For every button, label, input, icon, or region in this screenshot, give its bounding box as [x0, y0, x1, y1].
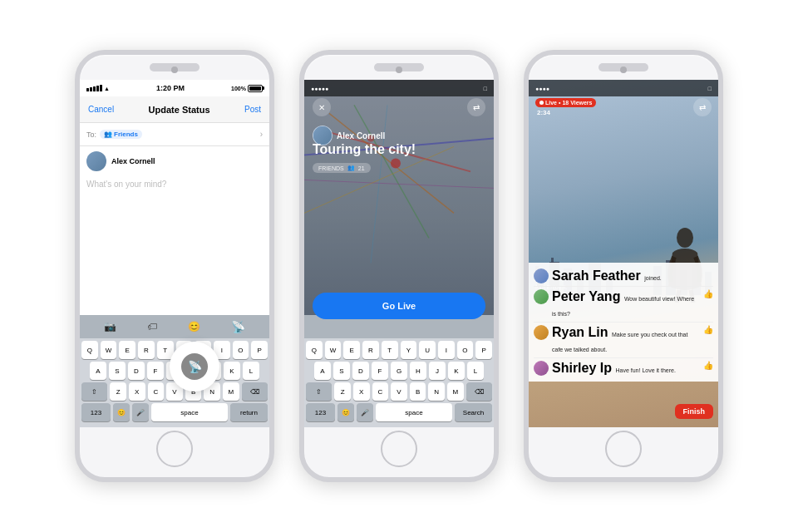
signal-area: ▲: [86, 85, 110, 91]
comment-body-ryan: Ryan Lin Make sure you check out that ca…: [552, 325, 700, 355]
status-input[interactable]: What's on your mind?: [80, 176, 269, 315]
live-toolbar-icon[interactable]: 📡: [231, 320, 245, 333]
key-s[interactable]: S: [109, 362, 126, 380]
viewers-count: • 18 Viewers: [559, 100, 592, 106]
comments-section: Sarah Feather joined. Peter Yang Wow bea…: [529, 263, 718, 382]
to-label: To:: [86, 131, 96, 139]
key-p[interactable]: P: [251, 341, 268, 359]
k2-h[interactable]: H: [410, 362, 426, 380]
k2-n[interactable]: N: [428, 382, 445, 401]
key-space[interactable]: space: [151, 403, 228, 421]
k2-c[interactable]: C: [372, 382, 389, 401]
commenter-name-sarah: Sarah Feather: [552, 268, 641, 283]
kb2-row-2: A S D F G H J K L: [306, 362, 492, 380]
k2-m[interactable]: M: [447, 382, 464, 401]
avatar-peter: [534, 289, 549, 304]
tag-icon[interactable]: 🏷: [147, 321, 157, 332]
live-bubble[interactable]: 📡: [170, 342, 219, 392]
battery-icon: [248, 85, 263, 92]
k2-t[interactable]: T: [382, 341, 398, 359]
k2-f[interactable]: F: [372, 362, 388, 380]
k2-s[interactable]: S: [333, 362, 350, 380]
key-c[interactable]: C: [148, 382, 165, 401]
friends-badge[interactable]: 👥 Friends: [100, 130, 142, 139]
k2-e[interactable]: E: [343, 341, 360, 359]
status-time-1: 1:20 PM: [156, 84, 185, 92]
k2-k[interactable]: K: [448, 362, 465, 380]
keyboard-2[interactable]: Q W E R T Y U I O P A S D F G H: [304, 315, 494, 427]
go-live-button[interactable]: Go Live: [313, 293, 485, 319]
k2-v[interactable]: V: [391, 382, 407, 401]
key-m[interactable]: M: [223, 382, 239, 401]
key-emoji[interactable]: 😊: [113, 403, 130, 421]
k2-emoji[interactable]: 😊: [337, 403, 354, 421]
like-button-ryan[interactable]: 👍: [703, 325, 713, 334]
finish-button[interactable]: Finish: [675, 404, 714, 419]
k2-p[interactable]: P: [475, 341, 492, 359]
key-return[interactable]: return: [230, 403, 268, 421]
to-row[interactable]: To: 👥 Friends ›: [80, 123, 269, 146]
emoji-icon[interactable]: 😊: [188, 321, 200, 332]
k2-z[interactable]: Z: [334, 382, 351, 401]
k2-l[interactable]: L: [467, 362, 484, 380]
cancel-button[interactable]: Cancel: [88, 105, 114, 114]
k2-w[interactable]: W: [325, 341, 342, 359]
key-mic[interactable]: 🎤: [132, 403, 149, 421]
key-k[interactable]: K: [224, 362, 240, 380]
k2-d[interactable]: D: [352, 362, 369, 380]
k2-b[interactable]: B: [410, 382, 426, 401]
keyboard-1[interactable]: 📷 🏷 😊 📡 📡 Q W E R T Y: [80, 315, 269, 427]
close-button-2[interactable]: ✕: [313, 98, 331, 116]
key-e[interactable]: E: [119, 341, 135, 359]
key-a[interactable]: A: [90, 362, 106, 380]
swap-camera-button-3[interactable]: ⇄: [693, 98, 712, 116]
friends-count-icon: 👥: [347, 165, 355, 171]
camera-icon[interactable]: 📷: [104, 321, 116, 332]
k2-x[interactable]: X: [353, 382, 370, 401]
k2-shift[interactable]: ⇧: [306, 382, 332, 401]
key-x[interactable]: X: [129, 382, 145, 401]
k2-search[interactable]: Search: [455, 403, 492, 421]
live-dot-icon: [539, 101, 544, 105]
k2-backspace[interactable]: ⌫: [466, 382, 492, 401]
username-2: Alex Cornell: [337, 131, 385, 140]
k2-j[interactable]: J: [429, 362, 446, 380]
key-numbers[interactable]: 123: [81, 403, 111, 421]
like-button-peter[interactable]: 👍: [703, 289, 713, 298]
key-o[interactable]: O: [233, 341, 249, 359]
k2-r[interactable]: R: [362, 341, 379, 359]
battery-2: □: [484, 86, 487, 91]
wifi-icon: ▲: [104, 86, 110, 91]
k2-g[interactable]: G: [391, 362, 407, 380]
kb2-row-1: Q W E R T Y U I O P: [306, 341, 492, 359]
avatar-shirley: [534, 361, 549, 376]
k2-u[interactable]: U: [419, 341, 436, 359]
key-l[interactable]: L: [243, 362, 259, 380]
key-d[interactable]: D: [128, 362, 145, 380]
key-r[interactable]: R: [138, 341, 155, 359]
post-button[interactable]: Post: [244, 105, 261, 114]
k2-a[interactable]: A: [314, 362, 331, 380]
k2-o[interactable]: O: [457, 341, 474, 359]
key-backspace[interactable]: ⌫: [242, 382, 268, 401]
kb2-row-3: ⇧ Z X C V B N M ⌫: [306, 382, 492, 401]
key-f[interactable]: F: [147, 362, 164, 380]
key-q[interactable]: Q: [81, 341, 98, 359]
key-shift[interactable]: ⇧: [81, 382, 107, 401]
k2-mic[interactable]: 🎤: [357, 403, 373, 421]
live-badge: Live • 18 Viewers: [535, 98, 596, 107]
swap-camera-button[interactable]: ⇄: [467, 98, 485, 116]
key-w[interactable]: W: [101, 341, 117, 359]
comment-sarah: Sarah Feather joined.: [534, 266, 713, 287]
k2-y[interactable]: Y: [401, 341, 417, 359]
live-title: Touring the city!: [313, 142, 416, 157]
k2-q[interactable]: Q: [306, 341, 323, 359]
like-button-shirley[interactable]: 👍: [703, 361, 713, 370]
k2-i[interactable]: I: [438, 341, 455, 359]
phone1-screen: ▲ 1:20 PM 100% Cancel Update Status Post…: [80, 80, 269, 427]
status-bar-2: ●●●●● □: [304, 80, 494, 96]
key-z[interactable]: Z: [110, 382, 126, 401]
avatar-sarah: [534, 268, 549, 283]
k2-numbers[interactable]: 123: [306, 403, 335, 421]
k2-space[interactable]: space: [376, 403, 452, 421]
